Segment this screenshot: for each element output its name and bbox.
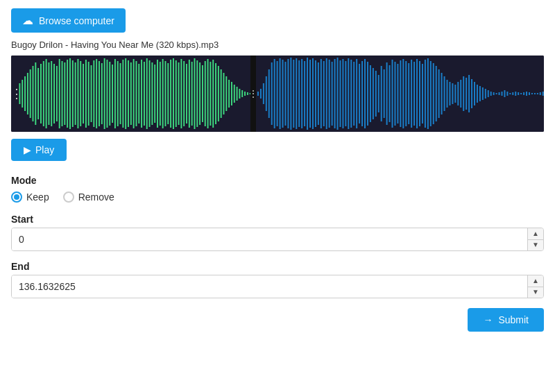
- mode-keep-label: Keep: [26, 191, 49, 203]
- svg-rect-15: [59, 59, 60, 128]
- submit-button[interactable]: → Submit: [468, 308, 544, 332]
- svg-rect-50: [151, 62, 153, 125]
- svg-rect-175: [496, 93, 497, 94]
- svg-rect-75: [218, 66, 219, 121]
- start-input[interactable]: [12, 228, 527, 250]
- svg-rect-66: [194, 58, 196, 129]
- start-field-group: Start ▲ ▼: [11, 214, 544, 251]
- svg-rect-187: [529, 92, 530, 95]
- end-field-group: End ▲ ▼: [11, 261, 544, 298]
- svg-rect-162: [461, 80, 462, 108]
- mode-keep-option[interactable]: Keep: [11, 191, 49, 203]
- svg-rect-112: [323, 61, 325, 126]
- svg-rect-42: [130, 62, 132, 125]
- play-button[interactable]: ▶ Play: [11, 139, 67, 161]
- waveform-right-handle[interactable]: [250, 56, 256, 132]
- svg-rect-30: [99, 61, 100, 126]
- svg-rect-82: [237, 87, 238, 101]
- mode-remove-radio[interactable]: [63, 191, 74, 203]
- svg-rect-14: [56, 66, 58, 121]
- svg-rect-130: [373, 68, 374, 119]
- svg-rect-16: [62, 61, 63, 126]
- svg-rect-144: [411, 60, 412, 128]
- svg-rect-78: [225, 76, 227, 111]
- svg-rect-29: [96, 59, 97, 128]
- svg-rect-168: [477, 85, 478, 103]
- mode-remove-label: Remove: [78, 191, 114, 203]
- svg-rect-108: [312, 58, 314, 129]
- svg-rect-12: [51, 61, 52, 126]
- svg-rect-158: [450, 82, 451, 105]
- svg-rect-59: [176, 60, 177, 127]
- svg-rect-62: [183, 61, 185, 126]
- svg-rect-138: [395, 62, 396, 126]
- svg-rect-7: [37, 68, 39, 119]
- svg-rect-156: [444, 76, 445, 111]
- svg-rect-77: [223, 73, 225, 114]
- svg-rect-164: [466, 78, 467, 110]
- svg-rect-140: [400, 60, 402, 127]
- end-label: End: [11, 261, 544, 272]
- svg-rect-174: [493, 92, 495, 95]
- svg-rect-100: [291, 58, 292, 130]
- svg-rect-184: [520, 93, 522, 94]
- svg-rect-40: [125, 58, 126, 129]
- svg-rect-85: [244, 92, 246, 96]
- svg-rect-83: [239, 89, 240, 99]
- svg-rect-49: [149, 60, 151, 127]
- svg-rect-60: [178, 62, 180, 125]
- svg-rect-17: [64, 62, 65, 125]
- svg-rect-148: [422, 64, 423, 123]
- svg-rect-118: [340, 60, 341, 127]
- svg-rect-97: [282, 60, 284, 128]
- svg-rect-95: [277, 61, 278, 126]
- waveform-left-handle[interactable]: [15, 56, 18, 132]
- svg-rect-123: [353, 62, 355, 126]
- svg-rect-28: [93, 60, 94, 127]
- svg-rect-11: [48, 62, 49, 125]
- svg-rect-136: [389, 65, 391, 122]
- end-decrement-button[interactable]: ▼: [528, 287, 543, 298]
- play-icon: ▶: [24, 144, 31, 155]
- upload-cloud-icon: ☁: [22, 14, 33, 27]
- svg-rect-74: [215, 63, 216, 124]
- svg-rect-64: [189, 60, 190, 128]
- svg-rect-183: [518, 92, 519, 95]
- mode-remove-option[interactable]: Remove: [63, 191, 114, 203]
- start-increment-button[interactable]: ▲: [528, 228, 543, 240]
- svg-rect-52: [157, 60, 158, 128]
- mode-keep-radio[interactable]: [11, 191, 22, 203]
- end-increment-button[interactable]: ▲: [528, 275, 543, 287]
- svg-rect-33: [106, 60, 108, 128]
- submit-row: → Submit: [11, 308, 544, 332]
- waveform-green-svg: [11, 56, 256, 132]
- svg-rect-107: [309, 60, 311, 128]
- svg-rect-161: [458, 82, 459, 105]
- svg-rect-25: [85, 60, 87, 128]
- start-label: Start: [11, 214, 544, 225]
- svg-rect-150: [427, 58, 429, 129]
- svg-rect-135: [386, 62, 388, 125]
- svg-rect-160: [455, 85, 456, 103]
- svg-rect-24: [83, 64, 84, 123]
- svg-rect-57: [170, 60, 171, 128]
- svg-rect-181: [513, 92, 514, 95]
- svg-rect-116: [334, 59, 336, 128]
- end-input[interactable]: [12, 275, 527, 298]
- svg-rect-38: [120, 63, 121, 124]
- svg-rect-70: [205, 61, 206, 126]
- svg-rect-89: [260, 89, 262, 99]
- end-input-wrapper: ▲ ▼: [11, 275, 544, 298]
- svg-rect-152: [433, 63, 434, 124]
- svg-rect-99: [288, 59, 289, 128]
- svg-rect-157: [447, 80, 448, 108]
- svg-rect-92: [268, 69, 270, 118]
- svg-rect-137: [392, 60, 393, 128]
- start-decrement-button[interactable]: ▼: [528, 240, 543, 251]
- browse-computer-button[interactable]: ☁ Browse computer: [11, 8, 126, 33]
- waveform-selected-region: [11, 56, 256, 132]
- svg-rect-126: [361, 61, 363, 126]
- svg-rect-36: [114, 59, 116, 128]
- svg-rect-26: [88, 62, 89, 126]
- svg-rect-21: [75, 62, 76, 125]
